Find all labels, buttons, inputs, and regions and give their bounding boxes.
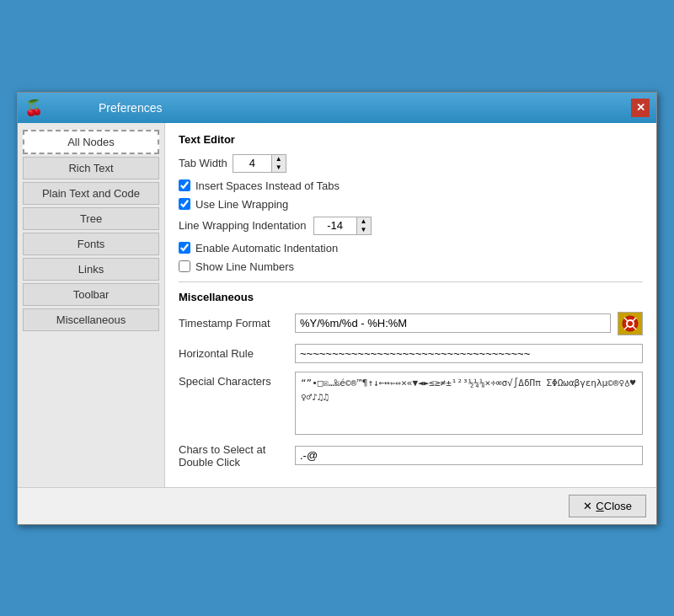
show-line-numbers-row: Show Line Numbers	[179, 260, 643, 273]
horizontal-rule-input[interactable]	[295, 344, 643, 363]
line-wrap-down[interactable]: ▼	[357, 226, 371, 234]
line-wrap-indent-row: Line Wrapping Indentation ▲ ▼	[179, 217, 643, 235]
timestamp-format-row: Timestamp Format	[179, 312, 643, 335]
horizontal-rule-label: Horizontal Rule	[179, 347, 288, 360]
timestamp-format-label: Timestamp Format	[179, 317, 288, 329]
dialog-title: Preferences	[99, 101, 162, 115]
special-chars-row: Special Characters “”•□☒…‰é©®™¶↑↓←↔⇐⇔×«▼…	[179, 372, 643, 435]
line-wrap-indent-label: Line Wrapping Indentation	[179, 219, 307, 232]
dialog-body: All Nodes Rich Text Plain Text and Code …	[18, 123, 656, 487]
auto-indent-row: Enable Automatic Indentation	[179, 242, 643, 254]
title-bar: 🍒 Preferences ✕	[18, 93, 656, 123]
right-panel: Text Editor Tab Width ▲ ▼ Insert Spaces …	[165, 123, 656, 487]
chars-double-click-input[interactable]	[295, 446, 643, 465]
nav-tree[interactable]: Tree	[23, 207, 159, 230]
use-line-wrapping-row: Use Line Wrapping	[179, 198, 643, 211]
special-chars-label: Special Characters	[179, 372, 288, 388]
chars-double-click-row: Chars to Select at Double Click	[179, 443, 643, 469]
svg-point-2	[628, 321, 633, 326]
tab-width-label: Tab Width	[179, 157, 227, 169]
auto-indent-checkbox[interactable]	[179, 242, 190, 254]
insert-spaces-checkbox[interactable]	[179, 179, 190, 191]
tab-width-down[interactable]: ▼	[272, 163, 286, 172]
section-divider	[179, 281, 643, 282]
chars-double-click-label: Chars to Select at Double Click	[179, 443, 288, 469]
nav-all-nodes[interactable]: All Nodes	[23, 130, 159, 154]
line-wrap-up[interactable]: ▲	[357, 217, 371, 226]
special-chars-box[interactable]: “”•□☒…‰é©®™¶↑↓←↔⇐⇔×«▼◄►≤≥≠±¹²³½¼⅛×÷∞σ√∫Δ…	[295, 372, 643, 435]
use-line-wrapping-checkbox[interactable]	[179, 198, 190, 210]
nav-plain-text[interactable]: Plain Text and Code	[23, 182, 159, 205]
horizontal-rule-row: Horizontal Rule	[179, 344, 643, 363]
tab-width-spinner[interactable]: ▲ ▼	[233, 154, 286, 173]
close-title-btn[interactable]: ✕	[631, 99, 650, 117]
show-line-numbers-label[interactable]: Show Line Numbers	[195, 260, 294, 273]
preferences-dialog: 🍒 Preferences ✕ All Nodes Rich Text Plai…	[17, 92, 657, 525]
auto-indent-label[interactable]: Enable Automatic Indentation	[195, 242, 338, 254]
tab-width-spinner-btns: ▲ ▼	[271, 155, 286, 172]
tab-width-up[interactable]: ▲	[272, 155, 286, 163]
title-bar-left: 🍒 Preferences	[24, 99, 162, 117]
text-editor-title: Text Editor	[179, 133, 643, 146]
nav-fonts[interactable]: Fonts	[23, 233, 159, 255]
close-icon: ✕	[583, 500, 592, 512]
use-line-wrapping-label[interactable]: Use Line Wrapping	[195, 198, 288, 211]
tab-width-row: Tab Width ▲ ▼	[179, 154, 643, 173]
nav-links[interactable]: Links	[23, 258, 159, 281]
nav-toolbar[interactable]: Toolbar	[23, 283, 159, 306]
line-wrap-indent-btns: ▲ ▼	[356, 217, 371, 234]
lifebuoy-icon	[622, 315, 639, 332]
misc-title: Miscellaneous	[179, 291, 643, 303]
insert-spaces-row: Insert Spaces Instead of Tabs	[179, 179, 643, 192]
left-nav: All Nodes Rich Text Plain Text and Code …	[18, 123, 165, 487]
app-icon: 🍒	[24, 99, 43, 117]
show-line-numbers-checkbox[interactable]	[179, 260, 190, 272]
nav-rich-text[interactable]: Rich Text	[23, 157, 159, 179]
timestamp-format-input[interactable]	[295, 313, 611, 333]
nav-miscellaneous[interactable]: Miscellaneous	[23, 308, 159, 331]
insert-spaces-label[interactable]: Insert Spaces Instead of Tabs	[195, 179, 340, 192]
dialog-footer: ✕ CClose	[18, 487, 656, 524]
timestamp-help-btn[interactable]	[618, 312, 643, 335]
line-wrap-indent-input[interactable]	[314, 217, 356, 233]
close-button[interactable]: ✕ CClose	[569, 495, 646, 517]
tab-width-input[interactable]	[233, 155, 271, 171]
line-wrap-indent-spinner[interactable]: ▲ ▼	[313, 217, 372, 235]
close-label: CClose	[596, 500, 632, 512]
